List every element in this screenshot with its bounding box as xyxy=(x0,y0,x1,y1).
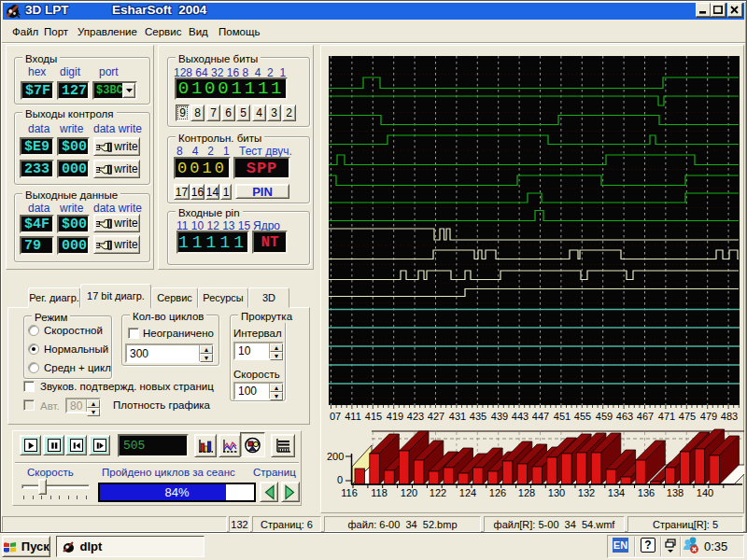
svg-text:0: 0 xyxy=(337,474,343,485)
svg-text:200: 200 xyxy=(327,451,344,462)
